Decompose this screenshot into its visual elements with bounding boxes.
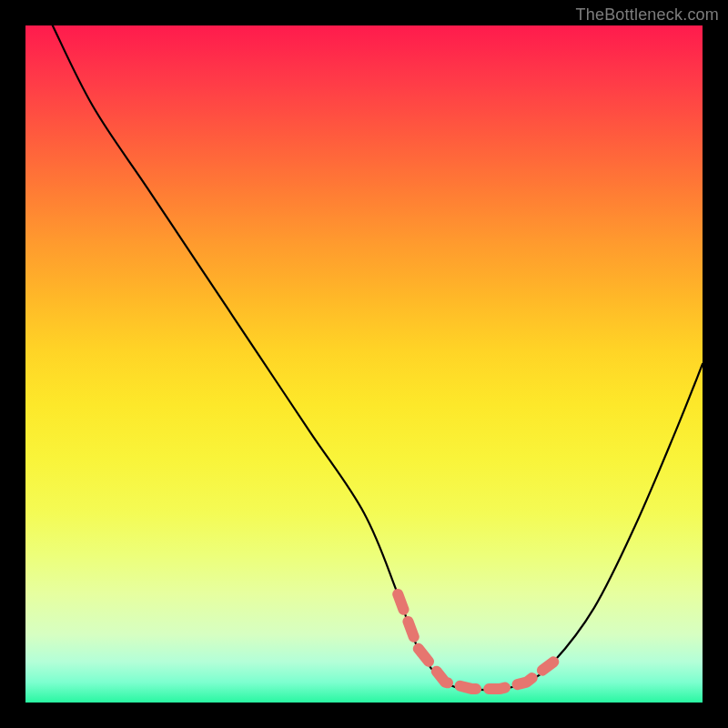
watermark-text: TheBottleneck.com [576, 5, 719, 25]
chart-container: TheBottleneck.com [0, 0, 728, 728]
plot-area [25, 25, 703, 703]
bottleneck-curve [25, 25, 703, 703]
